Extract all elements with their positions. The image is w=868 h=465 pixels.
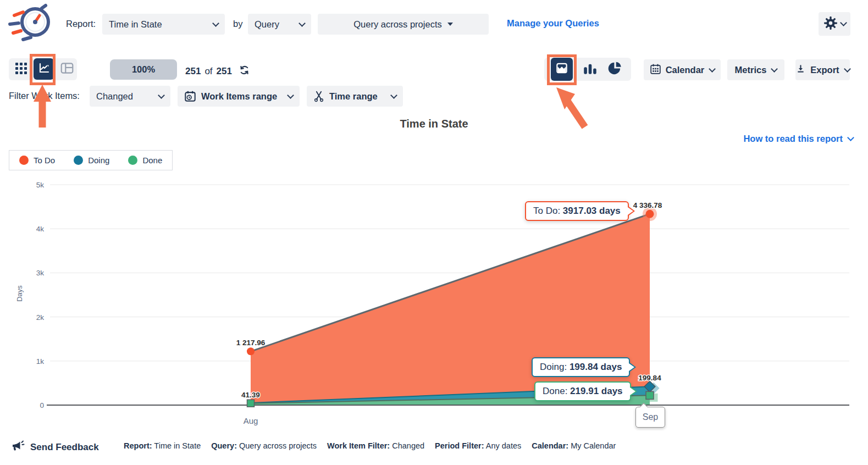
tooltip-done-label: Done: — [543, 386, 570, 396]
tooltip-doing-value: 199.84 days — [570, 362, 622, 372]
legend-item-done[interactable]: Done — [128, 156, 162, 165]
group-by-dropdown-value: Query — [255, 19, 294, 30]
summary-work-item-filter: Work Item Filter: Changed — [327, 441, 424, 450]
calendar-clock-icon — [184, 90, 196, 102]
tooltip-done: Done: 219.91 days — [534, 381, 631, 401]
megaphone-icon — [11, 439, 25, 456]
send-feedback-button[interactable]: Send Feedback — [11, 439, 99, 456]
calendar-button-label: Calendar — [666, 65, 705, 75]
query-dropdown-value: Query across projects — [353, 19, 441, 30]
filter-work-items-label: Filter Work Items: — [9, 91, 80, 101]
tooltip-todo: To Do: 3917.03 days — [525, 201, 629, 221]
chevron-down-icon — [840, 19, 847, 26]
svg-text:4 336.78: 4 336.78 — [633, 201, 662, 209]
pie-chart-button[interactable] — [605, 60, 624, 79]
scissors-icon — [313, 90, 324, 102]
legend-item-doing[interactable]: Doing — [74, 156, 109, 165]
summary-calendar: Calendar: My Calendar — [532, 441, 616, 450]
chart-view-button-active[interactable] — [34, 58, 54, 80]
report-dropdown-value: Time in State — [109, 19, 208, 30]
x-axis-tooltip-label: Sep — [643, 412, 658, 422]
done-dot-icon — [128, 156, 137, 165]
how-to-read-link[interactable]: How to read this report — [743, 134, 853, 144]
report-label: Report: — [66, 19, 96, 29]
export-button[interactable]: Export — [795, 59, 850, 80]
tooltip-doing: Doing: 199.84 days — [532, 357, 630, 377]
by-label: by — [233, 19, 242, 29]
chevron-down-icon — [390, 92, 397, 99]
todo-dot-icon — [19, 156, 29, 165]
legend-item-todo[interactable]: To Do — [19, 156, 55, 165]
svg-text:Days: Days — [15, 285, 24, 302]
chevron-down-icon — [212, 20, 219, 27]
triangle-down-icon — [447, 23, 453, 26]
tooltip-todo-label: To Do: — [533, 206, 563, 216]
svg-text:199.84: 199.84 — [638, 374, 661, 382]
svg-text:41.39: 41.39 — [241, 391, 260, 399]
group-by-dropdown[interactable]: Query — [248, 14, 311, 35]
time-range-dropdown[interactable]: Time range — [307, 86, 403, 107]
query-dropdown[interactable]: Query across projects — [318, 14, 489, 35]
svg-text:3k: 3k — [36, 269, 45, 277]
x-axis-tooltip-sep: Sep — [635, 407, 665, 428]
metrics-button-label: Metrics — [735, 65, 767, 75]
area-chart-icon — [555, 61, 569, 78]
chevron-down-icon — [847, 134, 854, 141]
gear-icon — [823, 16, 838, 32]
time-in-state-report-page: Report: Time in State by Query Query acr… — [0, 0, 868, 465]
work-items-range-value: Work Items range — [201, 91, 283, 102]
manage-queries-link[interactable]: Manage your Queries — [507, 18, 599, 29]
bar-chart-icon — [583, 61, 598, 78]
send-feedback-label: Send Feedback — [30, 442, 99, 453]
chart-legend: To Do Doing Done — [9, 150, 173, 170]
chevron-down-icon — [844, 65, 851, 73]
svg-text:2k: 2k — [36, 313, 45, 322]
calendar-button[interactable]: Calendar — [644, 59, 721, 80]
count-current: 251 — [185, 66, 201, 77]
metrics-button[interactable]: Metrics — [727, 59, 784, 80]
chevron-down-icon — [158, 92, 165, 99]
table-icon — [60, 61, 74, 78]
pie-chart-icon — [607, 61, 622, 78]
chevron-down-icon — [771, 65, 778, 73]
refresh-icon[interactable] — [239, 64, 250, 79]
chart-title: Time in State — [0, 118, 868, 130]
export-button-label: Export — [810, 65, 839, 75]
tooltip-doing-label: Doing: — [540, 362, 570, 372]
time-range-value: Time range — [329, 91, 386, 102]
grid-view-button[interactable] — [12, 61, 30, 78]
report-dropdown[interactable]: Time in State — [102, 14, 225, 35]
download-icon — [795, 64, 806, 76]
work-items-count: 251 of 251 — [185, 64, 250, 79]
line-chart-icon — [37, 62, 51, 77]
svg-text:Aug: Aug — [244, 416, 258, 425]
tooltip-todo-value: 3917.03 days — [563, 206, 621, 216]
app-logo-icon — [7, 3, 54, 44]
tooltip-done-value: 219.91 days — [570, 386, 622, 396]
svg-text:4k: 4k — [36, 225, 45, 233]
calendar-icon — [650, 63, 661, 77]
progress-bar: 100% — [110, 59, 177, 80]
count-separator: of — [204, 66, 212, 77]
table-view-button[interactable] — [58, 61, 76, 78]
work-item-state-value: Changed — [96, 91, 153, 102]
report-summary-bar: Report: Time in State Query: Query acros… — [124, 441, 616, 450]
work-items-range-dropdown[interactable]: Work Items range — [178, 86, 300, 107]
area-chart-button-active[interactable] — [551, 58, 573, 81]
legend-done-label: Done — [142, 156, 162, 165]
bar-chart-button[interactable] — [580, 60, 599, 79]
summary-report: Report: Time in State — [124, 441, 201, 450]
chevron-down-icon — [287, 92, 294, 99]
progress-value: 100% — [132, 64, 155, 75]
legend-todo-label: To Do — [34, 156, 55, 165]
svg-text:0: 0 — [40, 401, 44, 409]
svg-text:1 217.96: 1 217.96 — [236, 339, 266, 347]
svg-text:5k: 5k — [36, 181, 45, 189]
summary-query: Query: Query across projects — [211, 441, 317, 450]
settings-button[interactable] — [819, 12, 850, 36]
count-total: 251 — [217, 66, 232, 77]
work-item-state-dropdown[interactable]: Changed — [90, 86, 170, 107]
chevron-down-icon — [298, 20, 306, 27]
legend-doing-label: Doing — [88, 156, 109, 165]
doing-dot-icon — [74, 156, 83, 165]
